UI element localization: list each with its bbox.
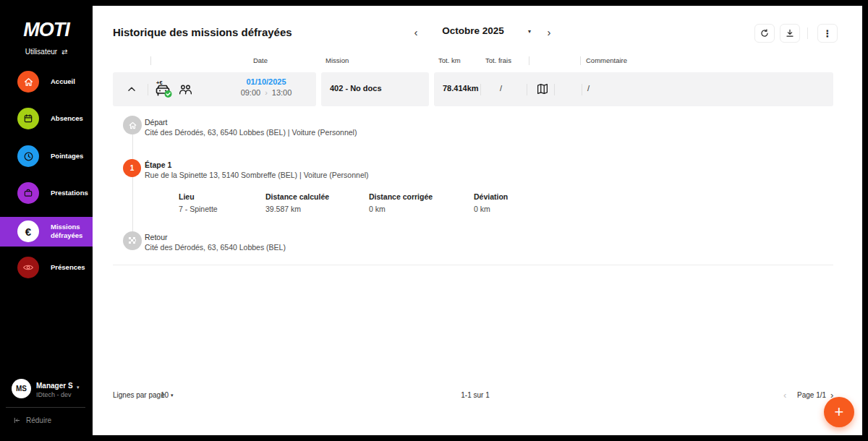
caret-down-icon[interactable]: ▾ bbox=[528, 28, 531, 35]
sidebar-item-accueil[interactable]: Accueil bbox=[0, 71, 93, 93]
retour-label: Retour bbox=[145, 233, 168, 241]
sidebar-item-absences[interactable]: Absences bbox=[0, 108, 93, 129]
sidebar: MOTI Utilisateur ⇄ Accueil Absences Poin… bbox=[0, 0, 93, 441]
period-selector[interactable]: Octobre 2025 bbox=[430, 25, 516, 36]
kebab-icon: ⋮ bbox=[823, 28, 833, 39]
previous-page-button[interactable]: ‹ bbox=[783, 390, 786, 401]
row-divider bbox=[527, 84, 527, 95]
sidebar-item-label: Pointages bbox=[51, 145, 83, 167]
column-header-commentaire: Commentaire bbox=[586, 56, 627, 64]
briefcase-icon bbox=[17, 182, 39, 204]
timeline-connector bbox=[132, 125, 133, 237]
plus-icon: + bbox=[835, 403, 844, 421]
retour-finish-flag-icon bbox=[123, 231, 142, 250]
sidebar-item-prestations[interactable]: Prestations bbox=[0, 182, 93, 204]
sidebar-item-label: Absences bbox=[51, 108, 83, 129]
row-date-link[interactable]: 01/10/2025 bbox=[223, 77, 310, 86]
caret-down-icon: ▾ bbox=[77, 385, 80, 390]
depart-home-icon bbox=[123, 116, 142, 134]
sidebar-item-label: Prestations bbox=[51, 182, 88, 204]
user-switcher[interactable]: Utilisateur ⇄ bbox=[0, 48, 93, 56]
download-icon bbox=[785, 28, 795, 38]
time-start: 09:00 bbox=[241, 88, 261, 97]
euro-icon: € bbox=[17, 220, 39, 242]
subtable-value-distance-calculee: 39.587 km bbox=[265, 205, 301, 213]
profile-name: Manager S bbox=[36, 382, 73, 390]
subtable-value-distance-corrigee: 0 km bbox=[369, 205, 386, 213]
sidebar-divider bbox=[6, 407, 85, 408]
collapse-sidebar-button[interactable]: Réduire bbox=[13, 414, 51, 426]
profile-org: IDtech - dev bbox=[36, 391, 72, 398]
clock-icon bbox=[17, 145, 39, 167]
column-header-date: Date bbox=[240, 56, 281, 64]
row-date-cell: 01/10/2025 09:00›13:00 bbox=[223, 77, 310, 97]
time-range-arrow-icon: › bbox=[265, 88, 268, 97]
collapse-row-button[interactable] bbox=[125, 82, 140, 97]
depart-label: Départ bbox=[145, 118, 168, 127]
moti-logo: MOTI bbox=[0, 19, 93, 41]
more-options-button[interactable]: ⋮ bbox=[817, 24, 838, 43]
sidebar-item-label: Présences bbox=[51, 257, 85, 278]
etape-label: Étape 1 bbox=[145, 160, 171, 169]
rows-per-page-label: Lignes par page bbox=[113, 391, 165, 399]
time-end: 13:00 bbox=[272, 88, 292, 97]
row-time-range: 09:00›13:00 bbox=[223, 88, 310, 97]
subtable-header-deviation: Déviation bbox=[474, 192, 508, 201]
caret-down-icon[interactable]: ▾ bbox=[171, 393, 174, 398]
app-root: MOTI Utilisateur ⇄ Accueil Absences Poin… bbox=[0, 0, 868, 441]
sidebar-item-label: Accueil bbox=[51, 71, 75, 93]
sidebar-item-label: Missions défrayées bbox=[51, 220, 88, 242]
column-divider bbox=[150, 56, 151, 65]
subtable-header-distance-calculee: Distance calculée bbox=[265, 192, 329, 201]
column-header-mission: Mission bbox=[326, 56, 349, 64]
row-total-km: 78.414km bbox=[443, 84, 479, 93]
download-button[interactable] bbox=[780, 24, 800, 43]
subtable-header-lieu: Lieu bbox=[179, 192, 195, 201]
main-panel: Historique des missions défrayées ‹ Octo… bbox=[93, 6, 862, 435]
map-icon[interactable] bbox=[536, 82, 549, 95]
row-divider bbox=[582, 84, 582, 95]
add-mission-fab[interactable]: + bbox=[824, 397, 854, 427]
subtable-value-deviation: 0 km bbox=[474, 205, 490, 213]
sidebar-item-missions-defrayees[interactable]: € Missions défrayées bbox=[0, 220, 93, 242]
row-divider bbox=[148, 84, 148, 95]
row-mission: 402 - No docs bbox=[330, 84, 382, 93]
avatar: MS bbox=[12, 379, 31, 398]
pagination-range: 1-1 sur 1 bbox=[439, 391, 511, 399]
expense-car-icon: +€ bbox=[153, 80, 174, 100]
collapse-icon bbox=[13, 416, 21, 424]
sidebar-item-presences[interactable]: Présences bbox=[0, 257, 93, 278]
rows-per-page-select[interactable]: 10 bbox=[161, 391, 169, 399]
retour-address: Cité des Dérodés, 63, 6540 Lobbes (BEL) bbox=[145, 243, 286, 252]
table-row[interactable] bbox=[434, 72, 833, 106]
chevron-up-icon bbox=[125, 82, 138, 95]
column-header-tot-frais: Tot. frais bbox=[485, 56, 511, 64]
column-divider bbox=[580, 56, 581, 65]
next-month-button[interactable]: › bbox=[542, 26, 556, 39]
row-divider bbox=[554, 84, 555, 95]
page-title: Historique des missions défrayées bbox=[113, 26, 292, 38]
collapse-label: Réduire bbox=[26, 416, 51, 424]
participants-icon bbox=[178, 83, 193, 96]
refresh-button[interactable] bbox=[754, 24, 775, 43]
depart-address: Cité des Dérodés, 63, 6540 Lobbes (BEL) … bbox=[145, 128, 357, 137]
profile-menu[interactable]: MS Manager S ▾ IDtech - dev bbox=[0, 378, 93, 403]
page-indicator: Page 1/1 bbox=[797, 391, 826, 399]
swap-icon: ⇄ bbox=[61, 48, 67, 56]
row-commentaire: / bbox=[587, 84, 590, 93]
user-switch-label: Utilisateur bbox=[25, 48, 57, 56]
row-total-frais: / bbox=[500, 84, 502, 93]
calendar-icon bbox=[17, 108, 39, 129]
previous-month-button[interactable]: ‹ bbox=[409, 26, 422, 39]
subtable-header-distance-corrigee: Distance corrigée bbox=[369, 192, 433, 201]
sidebar-item-pointages[interactable]: Pointages bbox=[0, 145, 93, 167]
svg-text:+€: +€ bbox=[156, 80, 163, 86]
eye-icon bbox=[17, 257, 39, 278]
actions-divider bbox=[807, 27, 808, 39]
row-divider bbox=[480, 84, 481, 95]
column-header-tot-km: Tot. km bbox=[438, 56, 461, 64]
subtable-value-lieu: 7 - Spinette bbox=[179, 205, 218, 213]
etape-number-badge: 1 bbox=[123, 159, 141, 177]
refresh-icon bbox=[760, 28, 770, 38]
column-divider bbox=[529, 56, 529, 65]
